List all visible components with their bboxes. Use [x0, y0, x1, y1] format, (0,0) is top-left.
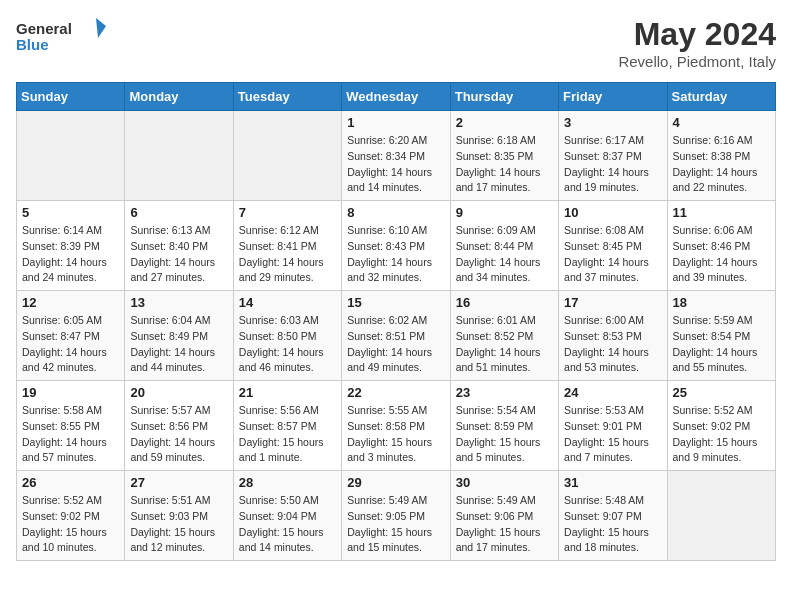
calendar-week-row: 1 Sunrise: 6:20 AMSunset: 8:34 PMDayligh…: [17, 111, 776, 201]
day-info: Sunrise: 6:08 AMSunset: 8:45 PMDaylight:…: [564, 223, 661, 286]
day-number: 22: [347, 385, 444, 400]
day-info: Sunrise: 6:16 AMSunset: 8:38 PMDaylight:…: [673, 133, 770, 196]
calendar-day-cell: 15 Sunrise: 6:02 AMSunset: 8:51 PMDaylig…: [342, 291, 450, 381]
calendar-day-cell: [667, 471, 775, 561]
calendar-day-cell: 13 Sunrise: 6:04 AMSunset: 8:49 PMDaylig…: [125, 291, 233, 381]
calendar-day-cell: 18 Sunrise: 5:59 AMSunset: 8:54 PMDaylig…: [667, 291, 775, 381]
day-info: Sunrise: 5:59 AMSunset: 8:54 PMDaylight:…: [673, 313, 770, 376]
calendar-day-cell: 22 Sunrise: 5:55 AMSunset: 8:58 PMDaylig…: [342, 381, 450, 471]
day-info: Sunrise: 6:18 AMSunset: 8:35 PMDaylight:…: [456, 133, 553, 196]
day-info: Sunrise: 6:09 AMSunset: 8:44 PMDaylight:…: [456, 223, 553, 286]
day-info: Sunrise: 5:48 AMSunset: 9:07 PMDaylight:…: [564, 493, 661, 556]
day-number: 24: [564, 385, 661, 400]
calendar-week-row: 26 Sunrise: 5:52 AMSunset: 9:02 PMDaylig…: [17, 471, 776, 561]
svg-marker-3: [96, 18, 106, 38]
calendar-day-cell: 10 Sunrise: 6:08 AMSunset: 8:45 PMDaylig…: [559, 201, 667, 291]
day-number: 31: [564, 475, 661, 490]
day-info: Sunrise: 6:10 AMSunset: 8:43 PMDaylight:…: [347, 223, 444, 286]
day-number: 8: [347, 205, 444, 220]
day-info: Sunrise: 6:20 AMSunset: 8:34 PMDaylight:…: [347, 133, 444, 196]
calendar-day-cell: [233, 111, 341, 201]
calendar-day-cell: 16 Sunrise: 6:01 AMSunset: 8:52 PMDaylig…: [450, 291, 558, 381]
day-info: Sunrise: 6:05 AMSunset: 8:47 PMDaylight:…: [22, 313, 119, 376]
col-friday: Friday: [559, 83, 667, 111]
calendar-day-cell: 26 Sunrise: 5:52 AMSunset: 9:02 PMDaylig…: [17, 471, 125, 561]
calendar-day-cell: 24 Sunrise: 5:53 AMSunset: 9:01 PMDaylig…: [559, 381, 667, 471]
calendar-day-cell: 31 Sunrise: 5:48 AMSunset: 9:07 PMDaylig…: [559, 471, 667, 561]
calendar-day-cell: [17, 111, 125, 201]
day-info: Sunrise: 6:13 AMSunset: 8:40 PMDaylight:…: [130, 223, 227, 286]
day-number: 11: [673, 205, 770, 220]
calendar-day-cell: 6 Sunrise: 6:13 AMSunset: 8:40 PMDayligh…: [125, 201, 233, 291]
day-number: 18: [673, 295, 770, 310]
day-number: 19: [22, 385, 119, 400]
day-info: Sunrise: 6:06 AMSunset: 8:46 PMDaylight:…: [673, 223, 770, 286]
col-saturday: Saturday: [667, 83, 775, 111]
day-number: 15: [347, 295, 444, 310]
generalblue-logo-icon: General Blue: [16, 16, 106, 56]
day-info: Sunrise: 6:04 AMSunset: 8:49 PMDaylight:…: [130, 313, 227, 376]
day-info: Sunrise: 5:53 AMSunset: 9:01 PMDaylight:…: [564, 403, 661, 466]
day-info: Sunrise: 5:50 AMSunset: 9:04 PMDaylight:…: [239, 493, 336, 556]
calendar-day-cell: 21 Sunrise: 5:56 AMSunset: 8:57 PMDaylig…: [233, 381, 341, 471]
calendar-day-cell: 30 Sunrise: 5:49 AMSunset: 9:06 PMDaylig…: [450, 471, 558, 561]
day-info: Sunrise: 5:58 AMSunset: 8:55 PMDaylight:…: [22, 403, 119, 466]
svg-text:General: General: [16, 20, 72, 37]
day-info: Sunrise: 5:56 AMSunset: 8:57 PMDaylight:…: [239, 403, 336, 466]
svg-text:Blue: Blue: [16, 36, 49, 53]
day-info: Sunrise: 6:00 AMSunset: 8:53 PMDaylight:…: [564, 313, 661, 376]
day-number: 10: [564, 205, 661, 220]
day-number: 12: [22, 295, 119, 310]
day-number: 25: [673, 385, 770, 400]
day-info: Sunrise: 5:52 AMSunset: 9:02 PMDaylight:…: [673, 403, 770, 466]
calendar-day-cell: 20 Sunrise: 5:57 AMSunset: 8:56 PMDaylig…: [125, 381, 233, 471]
day-info: Sunrise: 5:51 AMSunset: 9:03 PMDaylight:…: [130, 493, 227, 556]
day-number: 5: [22, 205, 119, 220]
calendar-title-block: May 2024 Revello, Piedmont, Italy: [618, 16, 776, 70]
calendar-day-cell: 1 Sunrise: 6:20 AMSunset: 8:34 PMDayligh…: [342, 111, 450, 201]
calendar-day-cell: 19 Sunrise: 5:58 AMSunset: 8:55 PMDaylig…: [17, 381, 125, 471]
calendar-week-row: 5 Sunrise: 6:14 AMSunset: 8:39 PMDayligh…: [17, 201, 776, 291]
day-number: 2: [456, 115, 553, 130]
day-number: 4: [673, 115, 770, 130]
page-header: General Blue May 2024 Revello, Piedmont,…: [16, 16, 776, 70]
calendar-day-cell: 2 Sunrise: 6:18 AMSunset: 8:35 PMDayligh…: [450, 111, 558, 201]
day-number: 13: [130, 295, 227, 310]
day-number: 1: [347, 115, 444, 130]
day-number: 7: [239, 205, 336, 220]
day-number: 9: [456, 205, 553, 220]
col-tuesday: Tuesday: [233, 83, 341, 111]
col-thursday: Thursday: [450, 83, 558, 111]
calendar-day-cell: 3 Sunrise: 6:17 AMSunset: 8:37 PMDayligh…: [559, 111, 667, 201]
day-number: 30: [456, 475, 553, 490]
day-info: Sunrise: 6:03 AMSunset: 8:50 PMDaylight:…: [239, 313, 336, 376]
calendar-table: Sunday Monday Tuesday Wednesday Thursday…: [16, 82, 776, 561]
day-info: Sunrise: 5:49 AMSunset: 9:06 PMDaylight:…: [456, 493, 553, 556]
calendar-day-cell: 8 Sunrise: 6:10 AMSunset: 8:43 PMDayligh…: [342, 201, 450, 291]
day-info: Sunrise: 5:54 AMSunset: 8:59 PMDaylight:…: [456, 403, 553, 466]
calendar-week-row: 12 Sunrise: 6:05 AMSunset: 8:47 PMDaylig…: [17, 291, 776, 381]
calendar-day-cell: 28 Sunrise: 5:50 AMSunset: 9:04 PMDaylig…: [233, 471, 341, 561]
header-row: Sunday Monday Tuesday Wednesday Thursday…: [17, 83, 776, 111]
day-number: 29: [347, 475, 444, 490]
day-info: Sunrise: 6:14 AMSunset: 8:39 PMDaylight:…: [22, 223, 119, 286]
calendar-day-cell: 9 Sunrise: 6:09 AMSunset: 8:44 PMDayligh…: [450, 201, 558, 291]
calendar-subtitle: Revello, Piedmont, Italy: [618, 53, 776, 70]
day-info: Sunrise: 5:52 AMSunset: 9:02 PMDaylight:…: [22, 493, 119, 556]
day-number: 28: [239, 475, 336, 490]
day-number: 21: [239, 385, 336, 400]
calendar-week-row: 19 Sunrise: 5:58 AMSunset: 8:55 PMDaylig…: [17, 381, 776, 471]
col-wednesday: Wednesday: [342, 83, 450, 111]
day-number: 3: [564, 115, 661, 130]
calendar-day-cell: 27 Sunrise: 5:51 AMSunset: 9:03 PMDaylig…: [125, 471, 233, 561]
calendar-day-cell: 25 Sunrise: 5:52 AMSunset: 9:02 PMDaylig…: [667, 381, 775, 471]
calendar-day-cell: 14 Sunrise: 6:03 AMSunset: 8:50 PMDaylig…: [233, 291, 341, 381]
day-info: Sunrise: 5:55 AMSunset: 8:58 PMDaylight:…: [347, 403, 444, 466]
day-number: 27: [130, 475, 227, 490]
calendar-day-cell: 29 Sunrise: 5:49 AMSunset: 9:05 PMDaylig…: [342, 471, 450, 561]
calendar-day-cell: [125, 111, 233, 201]
calendar-title: May 2024: [618, 16, 776, 53]
day-number: 14: [239, 295, 336, 310]
calendar-day-cell: 11 Sunrise: 6:06 AMSunset: 8:46 PMDaylig…: [667, 201, 775, 291]
day-number: 20: [130, 385, 227, 400]
